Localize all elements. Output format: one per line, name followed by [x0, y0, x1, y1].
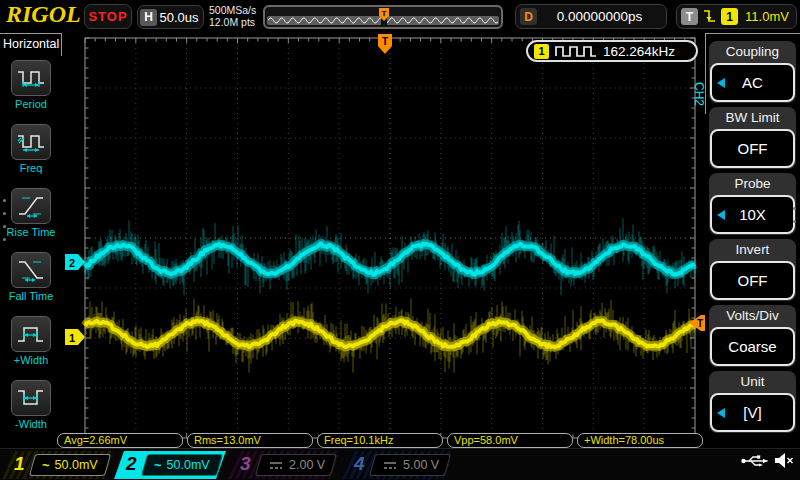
channel-1-indicator[interactable]: 1 ~ 50.0mV: [2, 451, 114, 479]
sample-rate: 500MSa/s: [209, 4, 256, 16]
freq-icon: [11, 124, 51, 160]
left-menu-title: Horizontal: [3, 37, 59, 51]
volts-div-value: Coarse: [728, 338, 776, 355]
channel-4-scale: 5.00 V: [403, 458, 439, 472]
measurement-avg: Avg=2.66mV: [57, 433, 183, 448]
waveform-overview-bar[interactable]: T: [263, 5, 503, 29]
menu-item-probe[interactable]: Probe 10X: [709, 173, 796, 235]
channel-3-indicator[interactable]: 3 2.00 V: [228, 451, 340, 479]
menu-item-coupling[interactable]: Coupling AC: [709, 41, 796, 103]
channel-3-scale: 2.00 V: [289, 458, 325, 472]
delay-value: 0.00000000ps: [537, 9, 662, 24]
delay-icon: D: [520, 8, 537, 25]
counter-source-badge: 1: [534, 44, 549, 59]
unit-value: [V]: [743, 404, 761, 421]
ac-coupling-icon: ~: [154, 458, 162, 473]
menu-item-bw-limit[interactable]: BW Limit OFF: [709, 107, 796, 169]
measure-item-neg-width[interactable]: -Width: [0, 380, 62, 440]
trigger-icon: T: [681, 8, 698, 25]
timebase-value: 50.0us: [157, 10, 201, 25]
menu-item-invert[interactable]: Invert OFF: [709, 239, 796, 301]
pos-width-icon: [11, 316, 51, 352]
ac-coupling-icon: ~: [42, 458, 50, 473]
svg-text:1: 1: [69, 332, 75, 344]
usb-icon: [740, 453, 768, 468]
measure-item-freq[interactable]: Freq: [0, 124, 62, 184]
period-icon: [11, 60, 51, 96]
waveform-display: 21TT: [62, 33, 710, 448]
channel-2-indicator[interactable]: 2 ~ 50.0mV: [114, 451, 226, 479]
trigger-level-value: 11.0mV: [742, 9, 792, 24]
run-stop-status[interactable]: STOP: [84, 4, 132, 29]
h-icon: H: [140, 9, 157, 26]
horizontal-timebase-display: H 50.0us: [137, 5, 204, 29]
neg-width-icon: [11, 380, 51, 416]
acquisition-info: 500MSa/s 12.0M pts: [209, 4, 256, 28]
measure-item-period[interactable]: Period: [0, 60, 62, 120]
menu-item-unit[interactable]: Unit [V]: [709, 371, 796, 433]
knob-arrow-icon: [717, 408, 725, 418]
trigger-position-marker-overview[interactable]: T: [378, 7, 390, 23]
measure-item-fall-time[interactable]: Fall Time: [0, 252, 62, 312]
measurement-rms: Rms=13.0mV: [187, 433, 313, 448]
header-bar: RIGOL STOP H 50.0us 500MSa/s 12.0M pts T…: [0, 0, 800, 33]
measurement-pwidth: +Width=78.00us: [577, 433, 703, 448]
speaker-muted-icon: [774, 452, 796, 469]
measurement-freq: Freq=10.1kHz: [317, 433, 443, 448]
pulse-train-icon: [554, 43, 598, 59]
channel-settings-menu: Coupling AC BW Limit OFF Probe 10X Inver…: [705, 33, 800, 448]
fall-time-icon: [11, 252, 51, 288]
memory-depth: 12.0M pts: [209, 16, 256, 28]
channel-2-position-marker: 2: [65, 254, 85, 270]
rigol-logo: RIGOL: [6, 1, 81, 28]
channel-status-bar: 1 ~ 50.0mV 2 ~ 50.0mV 3 2.00 V 4 5.00: [0, 448, 800, 480]
dc-coupling-icon: [382, 460, 398, 471]
counter-value: 162.264kHz: [603, 44, 675, 59]
status-icons: [740, 452, 796, 469]
svg-text:T: T: [382, 9, 387, 18]
measure-item-pos-width[interactable]: +Width: [0, 316, 62, 376]
delay-display: D 0.00000000ps: [515, 4, 667, 29]
trigger-slope-falling-icon: [702, 8, 717, 25]
svg-text:T: T: [382, 36, 388, 47]
knob-arrow-icon: [717, 210, 725, 220]
bw-limit-value: OFF: [738, 140, 768, 157]
menu-frame-line: [705, 34, 706, 114]
measurement-vpp: Vpp=58.0mV: [447, 433, 573, 448]
svg-text:2: 2: [69, 257, 75, 269]
svg-text:T: T: [697, 318, 703, 329]
trigger-source-badge: 1: [721, 8, 738, 25]
channel-4-indicator[interactable]: 4 5.00 V: [342, 451, 454, 479]
trigger-status-display: T 1 11.0mV: [676, 4, 797, 29]
trigger-position-marker: T: [378, 34, 392, 54]
frequency-counter-badge: 1 162.264kHz: [526, 40, 698, 62]
channel-1-position-marker: 1: [65, 329, 85, 345]
oscilloscope-screen: RIGOL STOP H 50.0us 500MSa/s 12.0M pts T…: [0, 0, 800, 480]
channel-1-scale: 50.0mV: [55, 458, 98, 472]
knob-arrow-icon: [717, 78, 725, 88]
menu-item-volts-div[interactable]: Volts/Div Coarse: [709, 305, 796, 367]
rise-time-icon: [11, 188, 51, 224]
channel-2-scale: 50.0mV: [167, 458, 210, 472]
horizontal-measure-menu: Horizontal Period Freq Rise Time Fall Ti…: [0, 33, 62, 448]
invert-value: OFF: [738, 272, 768, 289]
probe-value: 10X: [739, 206, 766, 223]
channel-menu-tab: CH2: [691, 72, 706, 116]
coupling-value: AC: [742, 74, 763, 91]
dc-coupling-icon: [268, 460, 284, 471]
measure-item-rise-time[interactable]: Rise Time: [0, 188, 62, 248]
